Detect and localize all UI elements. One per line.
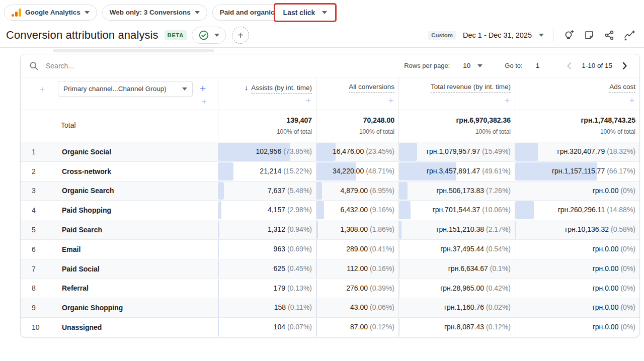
row-index: 4 [32,206,62,214]
metric-cell: 104(0.07%) [218,317,316,337]
metric-value: 102,956 [256,147,282,155]
metric-cell: 21,214(15.22%) [218,161,316,181]
metric-cell: грн.28,965.00(0.42%) [398,279,515,298]
row-index: 9 [32,304,62,312]
conversions-scope-label: Web only: 3 Conversions [110,9,191,16]
column-header-label[interactable]: Ads cost [609,83,635,93]
dimension-dropdown[interactable]: Primary channel...Channel Group) [58,81,193,97]
metric-value: грн.28,965.00 [440,284,484,292]
channel-cell: 4Paid Shopping [21,200,218,220]
row-index: 5 [32,226,62,234]
goto-page-value[interactable]: 1 [536,62,540,69]
report-header: Conversion attribution analysis BETA + C… [0,24,644,47]
metric-cell: грн.151,210.38(2.17%) [398,220,515,239]
metric-percent: (23.45%) [366,147,394,155]
clipped-content [0,48,644,52]
dimension-header-cell: + Primary channel...Channel Group) + + [21,77,218,110]
metric-cell: грн.0.00(0%) [515,279,639,298]
plus-icon: + [237,30,244,41]
add-dimension-secondary-icon[interactable]: + [202,97,207,107]
channel-name: Organic Shopping [62,304,123,312]
chevron-right-icon [621,62,628,70]
table-total-row: Total 139,407 100% of total 70,248.00 10… [21,110,639,142]
chevron-down-icon [85,11,90,14]
add-metric-icon[interactable]: + [306,96,311,106]
add-metric-icon[interactable]: + [388,96,393,106]
metric-percent: (0.54%) [486,245,511,253]
column-header-label[interactable]: Assists (by int. time) [251,84,312,94]
channels-chip[interactable]: Paid and organic [212,5,276,21]
column-header-label[interactable]: All conversions [349,83,394,93]
account-property-bar: Google Analytics Web only: 3 Conversions… [0,0,644,24]
date-range-picker-chevron-icon[interactable] [539,34,544,37]
sort-descending-icon[interactable]: ↓ [245,83,249,92]
metric-cell: 1,308.00(1.86%) [316,220,398,239]
chevron-down-icon [195,11,200,14]
total-subtext: 100% of total [399,128,511,135]
metric-percent: (49.61%) [482,167,511,175]
add-report-button[interactable]: + [232,27,249,44]
channel-cell: 7Paid Social [21,259,218,279]
metric-value: 7,637 [268,187,285,195]
total-subtext: 100% of total [218,128,312,135]
metric-cell: грн.6,634.67(0.1%) [398,259,515,279]
lightbulb-sparkle-icon [563,29,575,41]
table-row[interactable]: 3Organic Search7,637(5.48%)4,879.00(6.95… [21,181,639,201]
metric-cell: грн.37,495.44(0.54%) [398,239,515,259]
channel-cell: 10Unassigned [21,317,218,337]
add-dimension-button[interactable]: + [200,82,206,95]
add-metric-icon[interactable]: + [629,96,634,106]
next-page-button[interactable] [619,60,630,71]
row-index: 2 [32,167,62,175]
previous-page-button[interactable] [564,60,575,71]
column-header-label[interactable]: Total revenue (by int. time) [431,83,511,93]
metric-percent: (0.12%) [486,323,511,331]
channel-cell: 8Referral [21,279,218,298]
metric-cell: грн.0.00(0%) [515,239,639,259]
channel-name: Cross-network [62,167,111,175]
metric-percent: (0%) [620,245,635,253]
date-range-value: Dec 1 - Dec 31, 2025 [463,31,532,39]
table-row[interactable]: 4Paid Shopping4,157(2.98%)6,432.00(9.16%… [21,200,639,220]
table-row[interactable]: 1Organic Social102,956(73.85%)16,476.00(… [21,142,639,161]
add-metric-icon[interactable]: + [505,96,510,106]
metric-percent: (0.41%) [370,245,394,253]
share-icon [604,30,615,41]
notes-button[interactable] [583,29,596,42]
table-row[interactable]: 2Cross-network21,214(15.22%)34,220.00(48… [21,161,639,181]
attribution-model-chip-highlighted[interactable]: Last click [274,3,337,22]
table-row[interactable]: 8Referral179(0.13%)276.00(0.39%)грн.28,9… [21,279,639,298]
metric-percent: (0.45%) [287,264,312,273]
rows-per-page-chevron-icon[interactable] [477,64,482,67]
table-row[interactable]: 5Paid Search1,312(0.94%)1,308.00(1.86%)г… [21,220,639,239]
search-input[interactable] [46,62,197,70]
metric-cell: 276.00(0.39%) [316,279,398,298]
insights-trend-button[interactable] [623,29,636,42]
insights-lightbulb-button[interactable] [562,29,576,42]
pagination-range: 1-10 of 15 [582,62,612,69]
report-status-button[interactable] [192,27,226,44]
total-cell-ads-cost: грн.1,748,743.25 100% of total [515,110,639,142]
metric-cell: грн.1,157,115.77(66.17%) [515,161,639,181]
conversions-scope-chip[interactable]: Web only: 3 Conversions [102,5,207,21]
attribution-table: + Primary channel...Channel Group) + + ↓… [21,77,639,337]
add-row-dimension-icon[interactable]: + [40,84,45,95]
metric-value: 4,157 [268,206,285,214]
rows-per-page-value[interactable]: 10 [463,62,470,69]
metric-value: грн.0.00 [593,323,619,331]
table-row[interactable]: 7Paid Social625(0.45%)112.00(0.16%)грн.6… [21,259,639,279]
ga-account-chip[interactable]: Google Analytics [4,5,97,21]
metric-value: грн.0.00 [593,187,619,195]
table-row[interactable]: 6Email963(0.69%)289.00(0.41%)грн.37,495.… [21,239,639,259]
total-value: 70,248.00 [316,116,394,124]
table-row[interactable]: 9Organic Shopping158(0.11%)43.00(0.06%)г… [21,298,639,317]
metric-percent: (0.58%) [611,225,635,233]
table-row[interactable]: 10Unassigned104(0.07%)87.00(0.12%)грн.8,… [21,317,639,337]
metric-cell: 112.00(0.16%) [316,259,398,279]
metric-percent: (0%) [620,323,635,331]
metric-cell: 6,432.00(9.16%) [316,200,398,220]
column-header-assists: ↓Assists (by int. time) + [218,77,316,110]
metric-value: грн.0.00 [593,303,619,311]
metric-value: 963 [274,245,285,253]
share-button[interactable] [603,29,616,42]
